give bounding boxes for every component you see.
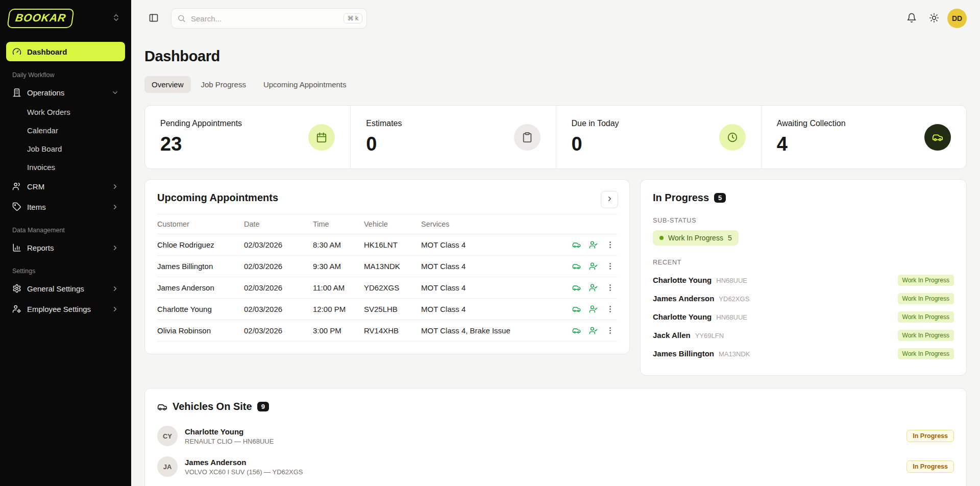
cell-customer: Chloe Rodriguez bbox=[157, 240, 244, 249]
chevron-right-icon bbox=[111, 305, 119, 313]
list-item[interactable]: James BillingtonMA13NDK Work In Progress bbox=[653, 345, 954, 363]
row-menu-button[interactable] bbox=[603, 324, 617, 338]
user-avatar[interactable]: DD bbox=[947, 9, 967, 28]
customer-check-in-button[interactable] bbox=[586, 238, 600, 252]
chip-count: 5 bbox=[728, 234, 732, 242]
appointment-row[interactable]: Olivia Robinson 02/03/2026 3:00 PM RV14X… bbox=[157, 320, 617, 342]
cell-customer: James Billington bbox=[157, 262, 244, 271]
appointment-row[interactable]: James Billington 02/03/2026 9:30 AM MA13… bbox=[157, 256, 617, 277]
upcoming-appointments-card: Upcoming Appointments Customer Date Time… bbox=[144, 179, 630, 354]
cell-vehicle: HK16LNT bbox=[364, 240, 421, 249]
sidebar-item-invoices[interactable]: Invoices bbox=[6, 158, 125, 176]
status-badge: In Progress bbox=[906, 460, 954, 473]
sidebar-item-operations[interactable]: Operations bbox=[6, 83, 125, 102]
sub-status-label: SUB-STATUS bbox=[653, 217, 954, 224]
list-item[interactable]: Charlotte YoungHN68UUE Work In Progress bbox=[653, 308, 954, 326]
cell-date: 02/03/2026 bbox=[244, 305, 313, 313]
recent-reg: YD62XGS bbox=[719, 295, 749, 303]
sidebar-item-label: General Settings bbox=[27, 284, 84, 293]
customer-check-in-button[interactable] bbox=[586, 281, 600, 295]
appointment-row[interactable]: Charlotte Young 02/03/2026 12:00 PM SV25… bbox=[157, 299, 617, 320]
stat-awaiting-collection: Awaiting Collection 4 bbox=[761, 106, 966, 168]
theme-toggle-button[interactable] bbox=[925, 9, 943, 28]
tag-icon bbox=[12, 202, 21, 211]
list-item[interactable]: TT TESTING1 TESTING1 bbox=[157, 482, 954, 486]
cell-vehicle: MA13NDK bbox=[364, 262, 421, 271]
vehicles-on-site-card: Vehicles On Site 9 CY Charlotte Young RE… bbox=[144, 388, 967, 486]
sidebar-item-general-settings[interactable]: General Settings bbox=[6, 279, 125, 298]
gauge-icon bbox=[12, 47, 21, 56]
list-item[interactable]: Jack AllenYY69LFN Work In Progress bbox=[653, 326, 954, 345]
sidebar-item-job-board[interactable]: Job Board bbox=[6, 140, 125, 158]
vehicle-action-button[interactable] bbox=[569, 238, 583, 252]
sidebar-item-calendar[interactable]: Calendar bbox=[6, 121, 125, 139]
count-badge: 9 bbox=[257, 402, 269, 411]
row-menu-button[interactable] bbox=[603, 302, 617, 317]
recent-reg: YY69LFN bbox=[695, 332, 724, 339]
column-header: Time bbox=[313, 220, 364, 228]
tab-upcoming-appointments[interactable]: Upcoming Appointments bbox=[256, 76, 354, 93]
cell-services: MOT Class 4, Brake Issue bbox=[421, 326, 560, 335]
customer-check-in-button[interactable] bbox=[586, 302, 600, 317]
status-badge: In Progress bbox=[906, 430, 954, 442]
sidebar-toggle-button[interactable] bbox=[144, 9, 163, 28]
cell-services: MOT Class 4 bbox=[421, 305, 560, 313]
appointments-next-button[interactable] bbox=[601, 191, 618, 208]
sidebar-item-items[interactable]: Items bbox=[6, 197, 125, 216]
cell-date: 02/03/2026 bbox=[244, 283, 313, 292]
sidebar-item-crm[interactable]: CRM bbox=[6, 177, 125, 196]
sidebar-item-label: Reports bbox=[27, 244, 54, 252]
vehicle-action-button[interactable] bbox=[569, 259, 583, 274]
recent-name: James Anderson bbox=[653, 294, 714, 303]
chip-label: Work In Progress bbox=[668, 234, 723, 242]
sidebar-item-dashboard[interactable]: Dashboard bbox=[6, 42, 125, 61]
appointment-row[interactable]: James Anderson 02/03/2026 11:00 AM YD62X… bbox=[157, 277, 617, 299]
cell-vehicle: RV14XHB bbox=[364, 326, 421, 335]
sidebar-item-label: Dashboard bbox=[27, 47, 67, 56]
notifications-button[interactable] bbox=[902, 9, 921, 28]
customer-check-in-button[interactable] bbox=[586, 324, 600, 338]
stat-label: Estimates bbox=[366, 119, 402, 128]
card-title: In Progress bbox=[653, 192, 709, 204]
sidebar-item-reports[interactable]: Reports bbox=[6, 238, 125, 257]
column-header: Vehicle bbox=[364, 220, 421, 228]
chevron-down-icon bbox=[111, 89, 119, 96]
sidebar-item-work-orders[interactable]: Work Orders bbox=[6, 103, 125, 121]
stat-pending-appointments: Pending Appointments 23 bbox=[145, 106, 350, 168]
row-menu-button[interactable] bbox=[603, 281, 617, 295]
list-item[interactable]: JA James Anderson VOLVO XC60 I SUV (156)… bbox=[157, 451, 954, 482]
vehicle-action-button[interactable] bbox=[569, 324, 583, 338]
chevron-right-icon bbox=[111, 285, 119, 293]
tab-bar: Overview Job Progress Upcoming Appointme… bbox=[144, 76, 967, 93]
cell-customer: Olivia Robinson bbox=[157, 326, 244, 335]
avatar: CY bbox=[157, 426, 178, 446]
work-in-progress-chip[interactable]: Work In Progress 5 bbox=[653, 230, 739, 246]
recent-name: Jack Allen bbox=[653, 331, 691, 339]
list-item[interactable]: James AndersonYD62XGS Work In Progress bbox=[653, 289, 954, 308]
row-menu-button[interactable] bbox=[603, 259, 617, 274]
customer-check-in-button[interactable] bbox=[586, 259, 600, 274]
appointment-row[interactable]: Chloe Rodriguez 02/03/2026 8:30 AM HK16L… bbox=[157, 234, 617, 256]
table-header-row: Customer Date Time Vehicle Services bbox=[157, 214, 617, 234]
cell-customer: Charlotte Young bbox=[157, 305, 244, 313]
column-header: Services bbox=[421, 220, 560, 228]
cell-date: 02/03/2026 bbox=[244, 262, 313, 271]
sidebar-nav: Dashboard Daily Workflow Operations Work… bbox=[0, 37, 131, 486]
search-input[interactable] bbox=[171, 8, 367, 29]
tab-job-progress[interactable]: Job Progress bbox=[194, 76, 253, 93]
list-item[interactable]: Charlotte YoungHN68UUE Work In Progress bbox=[653, 271, 954, 289]
cell-time: 12:00 PM bbox=[313, 305, 364, 313]
vehicle-action-button[interactable] bbox=[569, 281, 583, 295]
list-item[interactable]: CY Charlotte Young RENAULT CLIO — HN68UU… bbox=[157, 421, 954, 451]
sidebar-item-label: Employee Settings bbox=[27, 305, 91, 313]
vehicle-description: VOLVO XC60 I SUV (156) — YD62XGS bbox=[185, 468, 303, 476]
row-menu-button[interactable] bbox=[603, 238, 617, 252]
sidebar-item-employee-settings[interactable]: Employee Settings bbox=[6, 299, 125, 319]
search-icon bbox=[177, 14, 186, 23]
vehicle-action-button[interactable] bbox=[569, 302, 583, 317]
car-icon bbox=[924, 124, 951, 151]
tab-overview[interactable]: Overview bbox=[144, 76, 191, 93]
sidebar-collapse-button[interactable] bbox=[109, 11, 123, 26]
status-badge: Work In Progress bbox=[898, 348, 954, 359]
chevrons-up-down-icon bbox=[112, 13, 120, 23]
